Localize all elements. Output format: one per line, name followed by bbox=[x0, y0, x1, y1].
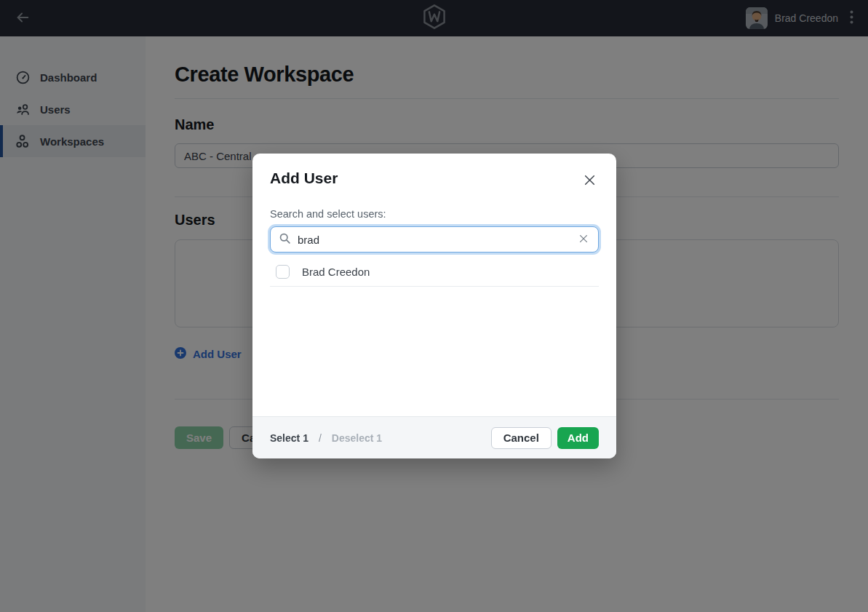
user-search-input[interactable] bbox=[298, 234, 570, 246]
user-search-box bbox=[270, 226, 599, 253]
modal-close-button[interactable] bbox=[581, 171, 599, 191]
modal-footer: Select 1 / Deselect 1 Cancel Add bbox=[252, 416, 616, 458]
select-all-link[interactable]: Select 1 bbox=[270, 432, 308, 444]
add-user-modal: Add User Search and select users: bbox=[252, 154, 616, 458]
search-label: Search and select users: bbox=[270, 208, 599, 220]
user-result-row[interactable]: Brad Creedon bbox=[270, 258, 599, 287]
clear-x-icon bbox=[578, 234, 589, 246]
clear-search-button[interactable] bbox=[577, 232, 590, 247]
user-result-name: Brad Creedon bbox=[302, 266, 370, 278]
modal-body: Search and select users: Brad Creedon bbox=[252, 191, 616, 416]
user-checkbox[interactable] bbox=[276, 265, 290, 279]
modal-title: Add User bbox=[270, 170, 338, 187]
modal-cancel-button[interactable]: Cancel bbox=[491, 427, 552, 449]
search-icon bbox=[279, 232, 291, 247]
close-icon bbox=[584, 178, 596, 188]
modal-header: Add User bbox=[252, 154, 616, 191]
select-separator: / bbox=[319, 432, 322, 444]
modal-add-button[interactable]: Add bbox=[557, 427, 599, 449]
deselect-all-link[interactable]: Deselect 1 bbox=[332, 432, 382, 444]
